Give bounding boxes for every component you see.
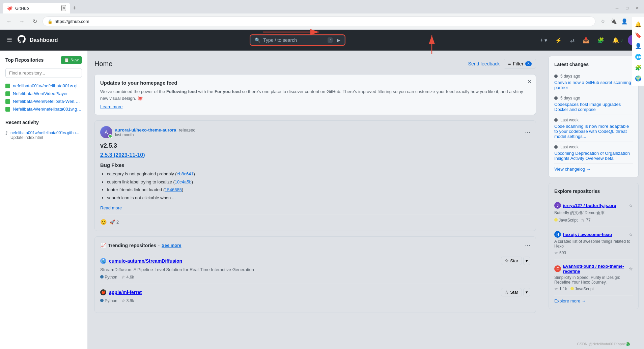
list-item[interactable]: Nefelibata-Wen/Nefelibata-Wen.github.io bbox=[5, 97, 82, 105]
explore-repo-desc: Simplicity in Speed, Purity in Design: R… bbox=[554, 275, 633, 285]
tab-title: GitHub bbox=[15, 6, 59, 11]
trending-repo-link[interactable]: cumulo-autumn/StreamDiffusion bbox=[109, 258, 182, 264]
repo-language-dot bbox=[5, 91, 10, 96]
ext-bookmark-icon[interactable]: 🔖 bbox=[634, 30, 643, 40]
repo-language-dot bbox=[5, 99, 10, 104]
tab-favicon: 🐙 bbox=[7, 5, 12, 11]
view-changelog-link[interactable]: View changelog → bbox=[554, 167, 633, 172]
extensions-button[interactable]: 🧩 bbox=[595, 36, 607, 45]
commit-link[interactable]: eb8c641 bbox=[177, 171, 194, 176]
release-card-header: A auroral-ui/hexo-theme-aurora released … bbox=[100, 126, 530, 138]
address-bar[interactable]: 🔒 https://github.com bbox=[43, 17, 595, 26]
ext-globe-icon[interactable]: 🌐 bbox=[634, 52, 643, 61]
trending-repo-header: 🍎 apple/ml-ferret ☆ Star ▾ bbox=[100, 288, 530, 296]
header-dashboard-title: Dashboard bbox=[30, 37, 58, 43]
star-dropdown-button[interactable]: ▾ bbox=[523, 288, 530, 296]
list-item: custom link label trying to localize (10… bbox=[107, 179, 530, 185]
search-box[interactable]: 🔍 Type / to search / ▶ bbox=[250, 35, 345, 45]
change-status-dot bbox=[554, 118, 558, 122]
filter-label: Filter bbox=[513, 61, 523, 66]
star-dropdown-button[interactable]: ▾ bbox=[523, 257, 530, 265]
new-repository-button[interactable]: 📋 + ▾ New bbox=[61, 56, 82, 64]
release-version: v2.5.3 bbox=[100, 142, 530, 149]
back-button[interactable]: ← bbox=[4, 17, 14, 27]
list-item[interactable]: Nefelibata-Wen/VideoPlayer bbox=[5, 90, 82, 97]
list-item[interactable]: nefelibata001w/nefelibata001w.github.io bbox=[5, 82, 82, 90]
pull-requests-button[interactable]: ⇄ bbox=[567, 36, 577, 45]
extension-button[interactable]: 🔌 bbox=[609, 17, 618, 26]
change-title[interactable]: Upcoming Deprecation of Organization Ins… bbox=[554, 151, 633, 161]
read-more-link[interactable]: Read more bbox=[100, 205, 122, 210]
boost-icon: 🚀 bbox=[110, 220, 115, 225]
list-item: footer friends link not loaded (1546685) bbox=[107, 186, 530, 193]
boost-button[interactable]: 🚀 2 bbox=[110, 220, 119, 225]
explore-repo-link[interactable]: jerryc127 / butterfly.js.org bbox=[563, 203, 616, 208]
reload-button[interactable]: ↻ bbox=[30, 17, 40, 27]
create-new-button[interactable]: + ▾ bbox=[537, 36, 550, 45]
notifications-button[interactable]: 🔔0 bbox=[610, 36, 625, 45]
ext-bell-icon[interactable]: 🔔 bbox=[634, 20, 643, 29]
trending-repo-header: 🌊 cumulo-autumn/StreamDiffusion ☆ Star ▾ bbox=[100, 257, 530, 265]
bookmark-star-button[interactable]: ☆ bbox=[598, 17, 608, 26]
list-item: Last week Code scanning is now more adap… bbox=[554, 115, 633, 142]
feed-header: Home Send feedback ≡ Filter 8 bbox=[94, 59, 536, 69]
change-title[interactable]: Codespaces host image upgrades Docker an… bbox=[554, 102, 633, 112]
issues-button[interactable]: ⚡ bbox=[553, 36, 565, 45]
activity-repo[interactable]: nefelibata001w/nefelibata001w.githu... bbox=[10, 130, 79, 135]
boost-count: 2 bbox=[116, 220, 119, 225]
trending-title: 📈 Trending repositories · See more bbox=[100, 243, 181, 248]
change-status-dot bbox=[554, 96, 558, 100]
org-icon: 🌊 bbox=[100, 258, 106, 264]
change-title[interactable]: Code scanning is now more adaptable to y… bbox=[554, 124, 633, 139]
ext-puzzle-icon[interactable]: 🧩 bbox=[634, 63, 643, 72]
send-feedback-link[interactable]: Send feedback bbox=[468, 61, 500, 66]
search-kbd-shortcut: / bbox=[328, 37, 333, 43]
change-title[interactable]: Canva is now a GitHub secret scanning pa… bbox=[554, 80, 633, 90]
trending-more-button[interactable]: ⋯ bbox=[525, 242, 530, 249]
github-logo bbox=[18, 35, 26, 46]
learn-more-link[interactable]: Learn more bbox=[100, 104, 122, 109]
release-repo-name[interactable]: auroral-ui/hexo-theme-aurora bbox=[115, 127, 176, 133]
explore-repo-link[interactable]: EvanNotFound / hexo-theme-redefine bbox=[563, 264, 629, 274]
minimize-button[interactable]: ─ bbox=[613, 4, 621, 12]
tab-close-button[interactable]: ✕ bbox=[61, 5, 66, 11]
ext-user-icon[interactable]: 👤 bbox=[634, 41, 643, 51]
trending-repo-name: 🌊 cumulo-autumn/StreamDiffusion bbox=[100, 258, 182, 264]
list-item: 5 days ago Codespaces host image upgrade… bbox=[554, 93, 633, 115]
commit-link[interactable]: 1546685 bbox=[165, 187, 182, 192]
emoji-reaction-button[interactable]: 😊 bbox=[100, 219, 107, 225]
explore-repo-name: E EvanNotFound / hexo-theme-redefine bbox=[554, 264, 629, 274]
explore-repo-link[interactable]: hexojs / awesome-hexo bbox=[563, 232, 612, 237]
close-window-button[interactable]: ✕ bbox=[633, 4, 641, 12]
trending-repo-stats: Python ☆ 4.6k bbox=[100, 275, 530, 280]
release-action: released bbox=[179, 127, 196, 133]
see-more-link[interactable]: See more bbox=[162, 243, 181, 248]
list-item: Last week Upcoming Deprecation of Organi… bbox=[554, 142, 633, 164]
release-more-button[interactable]: ⋯ bbox=[525, 129, 530, 136]
explore-more-link[interactable]: Explore more → bbox=[554, 298, 633, 303]
inbox-button[interactable]: 📥 bbox=[580, 36, 592, 45]
hamburger-menu-button[interactable]: ☰ bbox=[5, 35, 13, 45]
new-tab-button[interactable]: + bbox=[70, 5, 79, 12]
list-item: 🍎 apple/ml-ferret ☆ Star ▾ bbox=[100, 284, 530, 307]
search-prompt-icon: ▶ bbox=[337, 37, 340, 43]
active-tab[interactable]: 🐙 GitHub ✕ bbox=[3, 3, 70, 13]
profile-button[interactable]: 👤 bbox=[620, 17, 629, 26]
explore-star-button[interactable]: ☆ bbox=[629, 232, 633, 237]
release-version-link[interactable]: 2.5.3 (2023-11-10) bbox=[100, 152, 145, 158]
maximize-button[interactable]: □ bbox=[623, 4, 631, 12]
list-item[interactable]: Nefelibata-Wen/nefelibata001w.github.io bbox=[5, 105, 82, 113]
close-notice-button[interactable]: ✕ bbox=[527, 79, 532, 85]
star-repo-button[interactable]: ☆ Star bbox=[501, 288, 522, 296]
activity-commit-icon: ⤴ bbox=[5, 130, 8, 140]
left-sidebar: Top Repositories 📋 + ▾ New nefelibata001… bbox=[0, 51, 88, 349]
explore-star-button[interactable]: ☆ bbox=[629, 266, 633, 271]
explore-star-button[interactable]: ☆ bbox=[629, 203, 633, 208]
find-repository-input[interactable] bbox=[5, 68, 82, 78]
forward-button[interactable]: → bbox=[17, 17, 27, 27]
ext-translate-icon[interactable]: 🌍 bbox=[634, 74, 643, 83]
commit-link[interactable]: 10c4a5b bbox=[175, 179, 192, 184]
star-repo-button[interactable]: ☆ Star bbox=[501, 257, 522, 265]
filter-button[interactable]: ≡ Filter 8 bbox=[504, 59, 536, 69]
trending-repo-link[interactable]: apple/ml-ferret bbox=[109, 290, 142, 295]
